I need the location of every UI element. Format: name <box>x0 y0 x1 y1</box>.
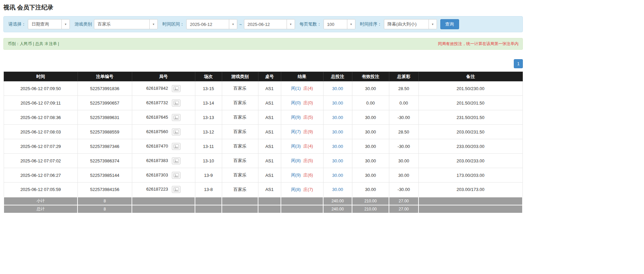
total-bet-link[interactable]: 30.00 <box>332 129 343 134</box>
search-button[interactable]: 查询 <box>440 19 459 29</box>
result-banker: 庄(9) <box>303 129 313 134</box>
roadmap-image-icon[interactable] <box>172 85 181 92</box>
result-banker: 庄(7) <box>303 187 313 192</box>
date-from-value: 2025-06-12 <box>187 22 229 27</box>
round-number: 626187842 <box>146 85 168 90</box>
cell-valid-bet: 30.00 <box>352 154 389 168</box>
cell-note: 233.00/203.00 <box>418 139 523 154</box>
pagination-page-1[interactable]: 1 <box>514 59 523 68</box>
cell-bet-id: 522573989631 <box>78 110 132 125</box>
cell-bet-id: 522573986374 <box>78 154 132 168</box>
cell-total-bet: 30.00 <box>323 168 352 183</box>
subtotal-empty-note <box>418 197 523 205</box>
total-bet-link[interactable]: 30.00 <box>332 144 343 149</box>
cell-time: 2025-06-12 07:07:29 <box>4 139 78 154</box>
header-total-bet: 总投注 <box>323 72 352 81</box>
cell-table: AS1 <box>258 96 281 110</box>
cell-round: 626187303 <box>132 168 195 183</box>
result-banker: 庄(0) <box>303 100 313 105</box>
cell-time: 2025-06-12 07:09:50 <box>4 81 78 96</box>
cell-table: AS1 <box>258 139 281 154</box>
header-game-type: 游戏类别 <box>222 72 258 81</box>
date-to-select[interactable]: 2025-06-12 ▼ <box>244 19 295 29</box>
table-header-row: 时间 注单编号 局号 场次 游戏类别 桌号 结果 总投注 有效投注 总派彩 备注 <box>4 72 523 81</box>
subtotal-empty-result <box>281 197 323 205</box>
total-bet-link[interactable]: 30.00 <box>332 115 343 120</box>
header-result: 结果 <box>281 72 323 81</box>
header-valid-bet: 有效投注 <box>352 72 389 81</box>
table-row: 2025-06-12 07:09:50 522573991836 6261878… <box>4 81 523 96</box>
content-container: 视讯 会员下注纪录 请选择： 日期查询 ▼ 游戏类别 百家乐 ▼ 时间区间： 2… <box>3 3 523 213</box>
pagination: 1 <box>3 59 523 68</box>
chevron-down-icon: ▼ <box>287 19 295 29</box>
cell-payout: 0.00 <box>389 96 418 110</box>
cell-bet-id: 522573984156 <box>78 183 132 197</box>
result-player: 闲(3) <box>291 144 301 149</box>
chevron-down-icon: ▼ <box>229 19 237 29</box>
cell-total-bet: 30.00 <box>323 183 352 197</box>
query-type-select[interactable]: 日期查询 ▼ <box>28 19 70 29</box>
table-row: 2025-06-12 07:07:02 522573986374 6261873… <box>4 154 523 168</box>
summary-bar: 币别：人民币 | 总共 :8 注单 | 同局有效投注，统一计算在该局第一张注单内 <box>3 38 523 50</box>
total-bet-link[interactable]: 30.00 <box>332 187 343 192</box>
grand-total-payout: 27.00 <box>389 205 418 213</box>
round-number: 626187383 <box>146 158 168 163</box>
cell-time: 2025-06-12 07:08:36 <box>4 110 78 125</box>
cell-session: 13-15 <box>195 81 222 96</box>
chevron-down-icon: ▼ <box>149 19 157 29</box>
currency-summary-text: 币别：人民币 | 总共 :8 注单 | <box>8 41 59 47</box>
cell-session: 13-14 <box>195 96 222 110</box>
valid-bet-notice-text: 同局有效投注，统一计算在该局第一张注单内 <box>438 41 518 47</box>
result-player: 闲(8) <box>291 158 301 163</box>
select-type-label: 请选择： <box>8 21 26 27</box>
cell-game-type: 百家乐 <box>222 110 258 125</box>
cell-total-bet: 30.00 <box>323 110 352 125</box>
cell-result: 闲(7) 庄(9) <box>281 125 323 139</box>
roadmap-image-icon[interactable] <box>172 143 181 150</box>
header-bet-id: 注单编号 <box>78 72 132 81</box>
result-banker: 庄(6) <box>303 172 313 178</box>
query-type-value: 日期查询 <box>28 21 61 27</box>
cell-game-type: 百家乐 <box>222 183 258 197</box>
cell-valid-bet: 30.00 <box>352 168 389 183</box>
roadmap-image-icon[interactable] <box>172 172 181 179</box>
time-sort-select[interactable]: 降幕(由大到小) ▼ <box>384 19 437 29</box>
result-player: 闲(8) <box>291 187 301 192</box>
total-bet-link[interactable]: 30.00 <box>332 158 343 163</box>
result-banker: 庄(4) <box>303 144 313 149</box>
cell-payout: 30.00 <box>389 168 418 183</box>
header-note: 备注 <box>418 72 523 81</box>
total-bet-link[interactable]: 30.00 <box>332 173 343 178</box>
cell-total-bet: 30.00 <box>323 125 352 139</box>
cell-result: 闲(0) 庄(0) <box>281 96 323 110</box>
cell-table: AS1 <box>258 168 281 183</box>
cell-time: 2025-06-12 07:07:02 <box>4 154 78 168</box>
roadmap-image-icon[interactable] <box>172 100 181 107</box>
header-round: 局号 <box>132 72 195 81</box>
roadmap-image-icon[interactable] <box>172 157 181 164</box>
game-type-select[interactable]: 百家乐 ▼ <box>94 19 158 29</box>
header-payout: 总派彩 <box>389 72 418 81</box>
header-table: 桌号 <box>258 72 281 81</box>
grand-total-count: 8 <box>78 205 132 213</box>
subtotal-payout: 27.00 <box>389 197 418 205</box>
round-number: 626187223 <box>146 187 168 192</box>
total-bet-link[interactable]: 30.00 <box>332 101 343 106</box>
subtotal-label: 小计 <box>4 197 78 205</box>
cell-game-type: 百家乐 <box>222 81 258 96</box>
roadmap-image-icon[interactable] <box>172 186 181 193</box>
header-session: 场次 <box>195 72 222 81</box>
total-bet-link[interactable]: 30.00 <box>332 86 343 91</box>
subtotal-count: 8 <box>78 197 132 205</box>
cell-time: 2025-06-12 07:09:11 <box>4 96 78 110</box>
date-to-value: 2025-06-12 <box>244 22 287 27</box>
roadmap-image-icon[interactable] <box>172 114 181 121</box>
cell-session: 13-8 <box>195 183 222 197</box>
grand-total-valid-bet: 210.00 <box>352 205 389 213</box>
per-page-select[interactable]: 100 ▼ <box>324 19 355 29</box>
cell-session: 13-12 <box>195 125 222 139</box>
roadmap-image-icon[interactable] <box>172 128 181 135</box>
date-from-select[interactable]: 2025-06-12 ▼ <box>186 19 237 29</box>
cell-table: AS1 <box>258 125 281 139</box>
cell-total-bet: 30.00 <box>323 139 352 154</box>
